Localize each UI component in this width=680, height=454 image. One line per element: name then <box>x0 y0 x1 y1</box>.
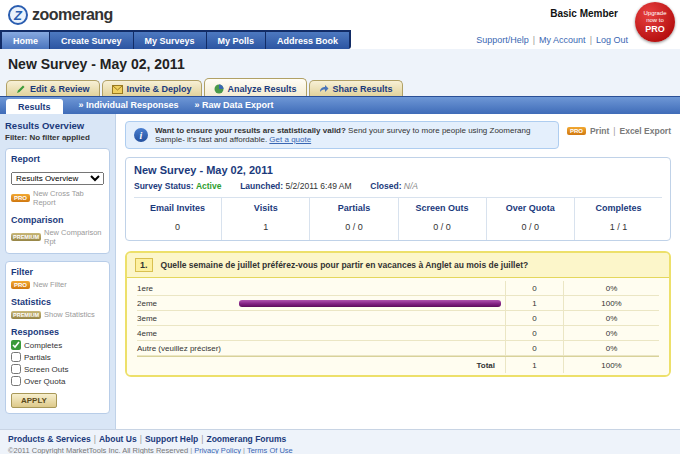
pro-badge: PRO <box>11 281 30 289</box>
report-label: Report <box>11 154 104 164</box>
nav-tab-home[interactable]: Home <box>2 32 49 49</box>
my-account-link[interactable]: My Account <box>539 35 586 45</box>
answer-count: 0 <box>505 311 563 325</box>
checkbox-partials[interactable]: Partials <box>11 352 104 362</box>
subtab-raw-data-export[interactable]: » Raw Data Export <box>195 100 274 114</box>
separator: | <box>533 35 535 45</box>
separator: | <box>613 126 615 136</box>
over-quota-checkbox[interactable] <box>11 376 21 386</box>
checkbox-completes[interactable]: Completes <box>11 340 104 350</box>
upgrade-line3: PRO <box>645 24 665 34</box>
total-percent: 100% <box>563 357 659 373</box>
nav-tab-my-polls[interactable]: My Polls <box>207 32 266 49</box>
terms-of-use-link[interactable]: Terms Of Use <box>247 446 293 454</box>
checkbox-label: Screen Outs <box>24 365 68 374</box>
zoomerang-forums-link[interactable]: Zoomerang Forums <box>206 434 286 444</box>
question-results-body: 1ere 0 0% 2eme 1 100% 3eme 0 0% <box>127 278 669 375</box>
stat-completes: Completes 1 / 1 <box>575 198 662 240</box>
answer-row: 1ere 0 0% <box>137 281 659 296</box>
bar-zone <box>235 311 505 325</box>
tab-edit-review[interactable]: Edit & Review <box>6 80 100 96</box>
print-link[interactable]: Print <box>590 126 609 136</box>
footer-links: Products & Services|About Us|Support Hel… <box>8 434 672 444</box>
show-statistics-row: PREMIUM Show Statistics <box>11 310 104 319</box>
launched-value: 5/2/2011 6:49 AM <box>286 181 352 191</box>
stat-partials: Partials 0 / 0 <box>310 198 398 240</box>
comparison-row: PREMIUM New Comparison Rpt <box>11 228 104 246</box>
upgrade-line2: now to <box>646 17 664 24</box>
support-help-link[interactable]: Support/Help <box>476 35 529 45</box>
show-statistics-link[interactable]: Show Statistics <box>44 310 95 319</box>
products-services-link[interactable]: Products & Services <box>8 434 91 444</box>
tab-invite-deploy[interactable]: Invite & Deploy <box>102 80 202 96</box>
completes-checkbox[interactable] <box>11 340 21 350</box>
stat-screen-outs: Screen Outs 0 / 0 <box>399 198 487 240</box>
copyright-text: ©2011 Copyright MarketTools Inc. All Rig… <box>8 446 188 454</box>
results-main: i Want to ensure your results are statis… <box>116 114 680 429</box>
screen-outs-checkbox[interactable] <box>11 364 21 374</box>
survey-stats-table: Email Invites 0 Visits 1 Partials 0 / 0 … <box>134 197 662 240</box>
excel-export-link[interactable]: Excel Export <box>620 126 672 136</box>
subtab-individual-responses[interactable]: » Individual Responses <box>79 100 179 114</box>
nav-tab-address-book[interactable]: Address Book <box>266 32 349 49</box>
report-type-select[interactable]: Results Overview <box>11 172 104 185</box>
tab-analyze-results[interactable]: Analyze Results <box>204 78 307 96</box>
filter-status: Filter: No filter applied <box>5 133 110 142</box>
report-panel: Report Results Overview PRO New Cross Ta… <box>5 148 110 254</box>
banner-row: i Want to ensure your results are statis… <box>125 121 671 149</box>
answer-count: 0 <box>505 341 563 355</box>
survey-status-value: Active <box>196 181 222 191</box>
zoomerang-logo-icon: Z <box>8 5 28 25</box>
responses-label: Responses <box>11 327 104 337</box>
closed-value: N/A <box>404 181 418 191</box>
new-filter-row: PRO New Filter <box>11 280 104 289</box>
upgrade-line1: Upgrade <box>643 10 666 17</box>
bar-zone <box>235 281 505 295</box>
get-a-quote-link[interactable]: Get a quote <box>269 135 311 144</box>
filter-label: Filter <box>11 267 104 277</box>
about-us-link[interactable]: About Us <box>99 434 137 444</box>
pro-badge: PRO <box>11 194 30 202</box>
member-status: Basic Member <box>550 8 618 19</box>
logo-text: zoomerang <box>32 6 113 24</box>
nav-tab-my-surveys[interactable]: My Surveys <box>134 32 206 49</box>
partials-checkbox[interactable] <box>11 352 21 362</box>
upgrade-to-pro-badge[interactable]: Upgrade now to PRO <box>635 2 675 42</box>
info-icon: i <box>134 128 148 142</box>
question-header: 1. Quelle semaine de juillet préférez-vo… <box>127 253 669 278</box>
answer-percent: 0% <box>563 341 659 355</box>
answer-count: 1 <box>505 296 563 310</box>
new-cross-tab-link[interactable]: New Cross Tab Report <box>33 189 104 207</box>
answer-row: 3eme 0 0% <box>137 311 659 326</box>
survey-status-line: Survey Status: Active Launched: 5/2/2011… <box>134 181 662 191</box>
subtab-results[interactable]: Results <box>6 99 63 114</box>
privacy-policy-link[interactable]: Privacy Policy <box>194 446 241 454</box>
filter-panel: Filter PRO New Filter Statistics PREMIUM… <box>5 261 110 414</box>
cross-tab-row: PRO New Cross Tab Report <box>11 189 104 207</box>
checkbox-screen-outs[interactable]: Screen Outs <box>11 364 104 374</box>
bar-zone <box>235 326 505 340</box>
new-filter-link[interactable]: New Filter <box>33 280 67 289</box>
closed-label: Closed: <box>370 181 401 191</box>
apply-button[interactable]: APPLY <box>11 393 57 408</box>
survey-section-tabs: Edit & Review Invite & Deploy Analyze Re… <box>0 75 680 96</box>
separator: | <box>190 446 192 454</box>
zoomerang-logo[interactable]: Z zoomerang <box>8 5 113 25</box>
tab-share-results[interactable]: Share Results <box>309 80 403 96</box>
nav-tab-create-survey[interactable]: Create Survey <box>50 32 133 49</box>
survey-status-label: Survey Status: <box>134 181 194 191</box>
log-out-link[interactable]: Log Out <box>596 35 628 45</box>
result-bar <box>239 300 501 307</box>
nav-tabs: Home Create Survey My Surveys My Polls A… <box>0 30 351 49</box>
app-header: Z zoomerang Basic Member Upgrade now to … <box>0 0 680 30</box>
stat-value: 0 <box>136 222 219 232</box>
answer-label: 2eme <box>137 296 235 310</box>
answer-label: Autre (veuillez préciser) <box>137 341 235 355</box>
checkbox-over-quota[interactable]: Over Quota <box>11 376 104 386</box>
results-overview-title: Results Overview <box>5 120 110 131</box>
new-comparison-link[interactable]: New Comparison Rpt <box>44 228 104 246</box>
support-help-footer-link[interactable]: Support Help <box>145 434 198 444</box>
launched-label: Launched: <box>240 181 283 191</box>
separator: | <box>201 434 203 444</box>
stat-visits: Visits 1 <box>222 198 310 240</box>
